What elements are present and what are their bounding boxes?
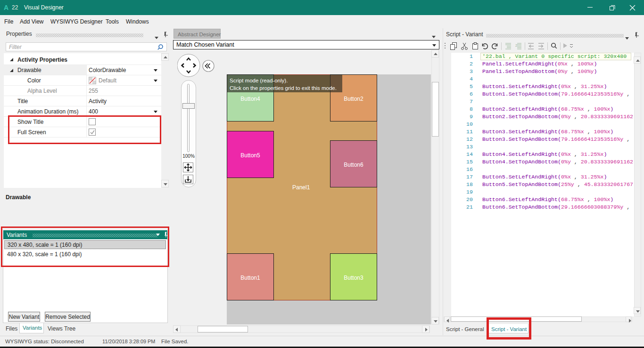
- svg-text:2: 2: [515, 43, 518, 48]
